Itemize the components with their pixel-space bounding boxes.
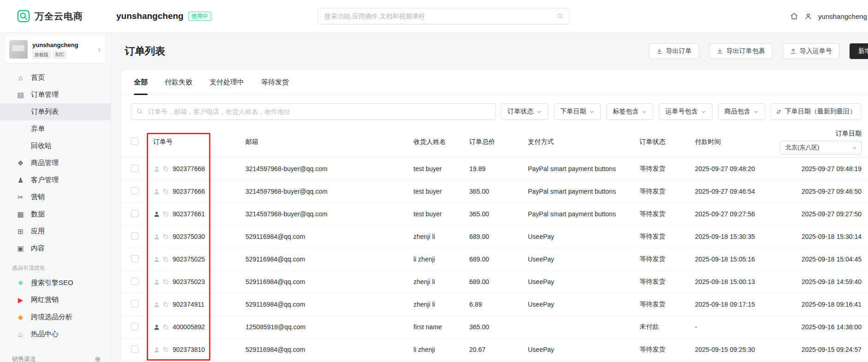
add-channel-icon[interactable]: ⊕ <box>95 355 101 362</box>
filter-product-contains[interactable]: 商品包含 <box>718 103 765 120</box>
copy-icon[interactable] <box>162 301 169 308</box>
row-checkbox[interactable] <box>131 323 138 330</box>
payment-time-cell: 2025-09-18 09:17:15 <box>695 301 778 308</box>
search-icon[interactable] <box>557 12 563 19</box>
app-logo[interactable]: 万全云电商 <box>17 0 83 32</box>
sidebar-item-home[interactable]: ⌂首页 <box>0 69 111 86</box>
order-number[interactable]: 902374911 <box>173 301 204 308</box>
sidebar-item-marketing[interactable]: ✂营销 <box>0 189 111 206</box>
chevron-right-icon: › <box>98 45 101 53</box>
copy-icon[interactable] <box>162 346 169 353</box>
add-new-button[interactable]: 新增 <box>850 43 868 59</box>
row-checkbox[interactable] <box>131 255 138 262</box>
filter-label: 商品包含 <box>724 107 750 116</box>
copy-icon[interactable] <box>162 256 169 262</box>
import-tracking-button[interactable]: 导入运单号 <box>783 43 839 59</box>
tab-awaiting-shipment[interactable]: 等待发货 <box>261 70 289 95</box>
email-cell: 125085918@qq.com <box>245 323 413 331</box>
row-checkbox[interactable] <box>131 165 138 172</box>
sort-order-button[interactable]: 下单日期（最新到最旧） <box>771 103 861 120</box>
filter-tracking-contains[interactable]: 运单号包含 <box>659 103 712 120</box>
tab-payment-processing[interactable]: 支付处理中 <box>210 70 244 95</box>
sidebar-item-product-management[interactable]: ❖商品管理 <box>0 154 111 172</box>
order-cell: 902377661 <box>153 210 245 218</box>
row-checkbox[interactable] <box>131 210 138 217</box>
column-payment-time: 付款时间 <box>695 138 778 146</box>
select-all-checkbox[interactable] <box>131 137 138 145</box>
status-cell: 等待发货 <box>640 165 695 173</box>
account-name[interactable]: yunshangcheng <box>818 12 867 20</box>
order-number[interactable]: 902377666 <box>173 188 205 195</box>
sidebar-item-apps[interactable]: ⊞应用 <box>0 223 111 240</box>
filter-order-date[interactable]: 下单日期 <box>554 103 601 120</box>
customer-management-icon: ♟ <box>16 176 25 184</box>
order-number[interactable]: 902377661 <box>173 210 205 218</box>
global-search-input[interactable] <box>317 8 569 24</box>
chevron-down-icon <box>852 145 857 150</box>
email-cell: 529116984@qq.com <box>245 278 413 285</box>
copy-icon[interactable] <box>162 233 169 240</box>
column-email: 邮箱 <box>245 138 413 146</box>
sidebar-item-order-management[interactable]: ▤订单管理 <box>0 86 111 103</box>
filter-tag-contains[interactable]: 标签包含 <box>606 103 653 120</box>
copy-icon[interactable] <box>162 188 169 195</box>
sidebar-item-label: 首页 <box>31 73 45 82</box>
store-info: yunshangcheng 旗舰版 B2C <box>32 41 98 59</box>
sidebar-menu: ⌂首页▤订单管理订单列表弃单回收站❖商品管理♟客户管理✂营销▦数据⊞应用▣内容选… <box>0 69 111 343</box>
copy-icon[interactable] <box>162 324 169 330</box>
order-date-label: 订单日期 <box>836 130 862 138</box>
copy-icon[interactable] <box>162 211 169 217</box>
order-number[interactable]: 902377668 <box>173 165 205 172</box>
sidebar-item-label: 订单管理 <box>31 90 59 99</box>
order-cell: 902374911 <box>153 301 245 308</box>
sidebar-item-customer-management[interactable]: ♟客户管理 <box>0 172 111 189</box>
store-switcher[interactable]: yunshangcheng 旗舰版 B2C › <box>5 36 105 63</box>
order-number[interactable]: 902375030 <box>173 233 205 240</box>
filter-order-status[interactable]: 订单状态 <box>501 103 548 120</box>
customer-icon <box>153 256 160 263</box>
column-payment-method: 支付方式 <box>528 138 640 146</box>
copy-icon[interactable] <box>162 279 169 285</box>
sidebar-item-content[interactable]: ▣内容 <box>0 240 111 257</box>
order-date-cell: 2025-09-18 15:30:14 <box>778 233 862 240</box>
button-label: 导出订单 <box>666 47 692 55</box>
table-row: 9023776663214597968-buyer@qq.comtest buy… <box>122 180 868 203</box>
order-number[interactable]: 902373810 <box>173 346 205 353</box>
chevron-down-icon <box>537 109 542 114</box>
row-checkbox[interactable] <box>131 232 138 240</box>
sidebar-item-sales-channels[interactable]: 销售渠道 ⊕ <box>0 355 111 362</box>
export-packages-button[interactable]: 导出订单包裹 <box>709 43 772 59</box>
timezone-select[interactable]: 北京(东八区) <box>780 141 862 154</box>
sidebar-item-recycle-bin[interactable]: 回收站 <box>0 137 111 154</box>
home-icon[interactable] <box>790 12 798 20</box>
copy-icon[interactable] <box>162 166 169 172</box>
order-number[interactable]: 400005892 <box>173 323 205 331</box>
status-cell: 等待发货 <box>640 345 695 354</box>
sidebar-item-data[interactable]: ▦数据 <box>0 206 111 223</box>
page-header: 订单列表 导出订单导出订单包裹导入运单号新增 <box>111 32 868 70</box>
email-cell: 529116984@qq.com <box>245 233 413 240</box>
column-status: 订单状态 <box>640 138 695 146</box>
email-cell: 3214597968-buyer@qq.com <box>245 165 413 172</box>
sidebar-item-order-list[interactable]: 订单列表 <box>0 103 111 120</box>
sidebar-item-hot-products[interactable]: ♨热品中心 <box>0 326 111 343</box>
row-checkbox[interactable] <box>131 187 138 195</box>
sidebar-item-influencer-marketing[interactable]: ▶网红营销 <box>0 291 111 309</box>
top-right-actions: yunshangcheng <box>790 0 867 32</box>
order-number[interactable]: 902375023 <box>173 278 205 285</box>
order-number[interactable]: 902375025 <box>173 255 205 263</box>
account-icon[interactable] <box>804 12 812 20</box>
sidebar-item-label: 跨境选品分析 <box>31 313 72 321</box>
export-orders-button[interactable]: 导出订单 <box>649 43 699 59</box>
row-checkbox[interactable] <box>131 278 138 285</box>
tab-all[interactable]: 全部 <box>134 70 148 95</box>
order-search-input[interactable] <box>131 103 496 120</box>
row-checkbox[interactable] <box>131 300 138 308</box>
tab-payment-failed[interactable]: 付款失败 <box>165 70 192 95</box>
sidebar-item-label: 内容 <box>31 244 45 253</box>
sidebar-item-abandoned-orders[interactable]: 弃单 <box>0 120 111 137</box>
row-checkbox[interactable] <box>131 345 138 353</box>
sort-arrows-icon <box>776 109 782 115</box>
sidebar-item-search-engine-seo[interactable]: ✳搜索引擎SEO <box>0 274 111 291</box>
sidebar-item-cross-border-analysis[interactable]: ◆跨境选品分析 <box>0 309 111 326</box>
